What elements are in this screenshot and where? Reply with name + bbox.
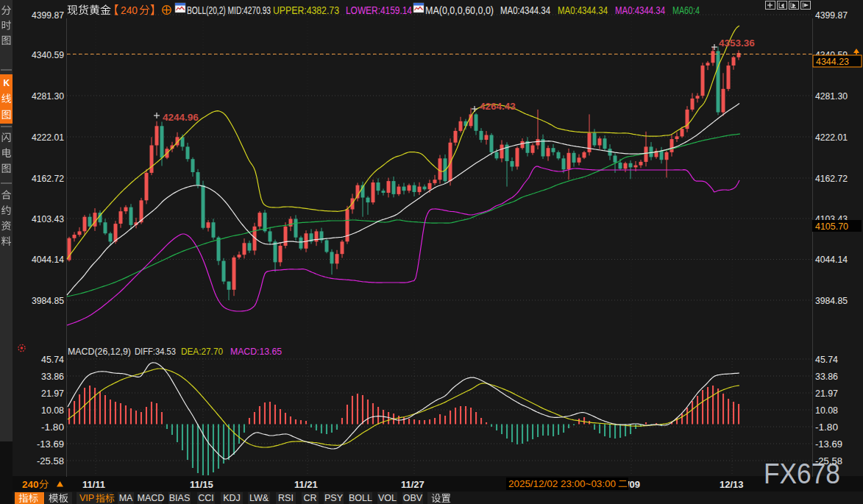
svg-text:11/27: 11/27	[401, 479, 425, 490]
svg-text:4105.70: 4105.70	[815, 221, 848, 232]
svg-text:VOL: VOL	[378, 493, 397, 503]
svg-text:4044.14: 4044.14	[32, 254, 64, 265]
svg-text:33.86: 33.86	[41, 371, 64, 382]
svg-text:K: K	[4, 78, 10, 88]
svg-text:UPPER:4382.73: UPPER:4382.73	[273, 4, 339, 16]
svg-text:2025/12/02 23:00~03:00: 2025/12/02 23:00~03:00	[508, 478, 616, 489]
svg-text:CCI: CCI	[198, 493, 214, 503]
svg-text:MA0:4344.34: MA0:4344.34	[615, 4, 665, 16]
svg-text:-25.58: -25.58	[37, 455, 64, 466]
svg-text:4340.59: 4340.59	[32, 49, 64, 60]
svg-text:4281.30: 4281.30	[815, 90, 848, 102]
svg-text:240: 240	[121, 4, 138, 16]
svg-text:33.86: 33.86	[815, 371, 838, 382]
svg-text:KDJ: KDJ	[223, 493, 241, 503]
svg-text:BOLL(20,2) MID:4270.93: BOLL(20,2) MID:4270.93	[187, 4, 271, 16]
svg-text:21.97: 21.97	[41, 388, 64, 399]
svg-text:240: 240	[22, 479, 39, 490]
svg-text:3984.85: 3984.85	[815, 295, 848, 306]
svg-text:CR: CR	[303, 493, 316, 503]
svg-text:4344.23: 4344.23	[816, 56, 849, 67]
svg-text:-1.80: -1.80	[41, 422, 64, 433]
svg-text:MACD(26,12,9): MACD(26,12,9)	[68, 346, 131, 357]
svg-text:3984.85: 3984.85	[32, 295, 64, 306]
svg-text:4222.01: 4222.01	[32, 132, 64, 143]
svg-text:11/21: 11/21	[294, 479, 318, 490]
svg-text:4103.43: 4103.43	[32, 213, 64, 224]
svg-text:4162.72: 4162.72	[32, 173, 64, 184]
svg-text:10.08: 10.08	[41, 405, 64, 416]
svg-text:/09: /09	[627, 479, 640, 490]
svg-text:4044.14: 4044.14	[815, 254, 848, 265]
svg-text:12/13: 12/13	[720, 479, 744, 490]
svg-text:MA(0,0,0,60,0,0): MA(0,0,0,60,0,0)	[425, 4, 494, 16]
svg-text:DEA:27.70: DEA:27.70	[181, 346, 223, 357]
svg-text:MACD:13.65: MACD:13.65	[230, 346, 282, 357]
svg-text:45.74: 45.74	[41, 354, 64, 365]
svg-text:4244.96: 4244.96	[163, 112, 199, 123]
svg-text:-13.69: -13.69	[815, 439, 842, 450]
svg-text:RSI: RSI	[278, 493, 294, 503]
svg-text:-1.80: -1.80	[815, 422, 838, 433]
svg-text:MA0:4344.34: MA0:4344.34	[500, 4, 550, 16]
svg-text:4281.30: 4281.30	[32, 90, 64, 102]
svg-text:BOLL: BOLL	[349, 493, 372, 503]
svg-text:-13.69: -13.69	[37, 439, 64, 450]
svg-text:DIFF:34.53: DIFF:34.53	[135, 346, 176, 357]
svg-text:4353.36: 4353.36	[719, 38, 755, 49]
svg-text:LW&: LW&	[249, 493, 269, 503]
svg-text:OBV: OBV	[403, 493, 423, 503]
svg-text:11/11: 11/11	[82, 479, 105, 490]
svg-text:21.97: 21.97	[815, 388, 838, 399]
svg-text:LOWER:4159.14: LOWER:4159.14	[346, 4, 412, 16]
svg-text:-25.58: -25.58	[815, 455, 842, 466]
svg-text:MACD: MACD	[138, 493, 165, 503]
svg-text:11/15: 11/15	[190, 479, 213, 490]
svg-text:10.08: 10.08	[815, 405, 838, 416]
svg-text:MA: MA	[119, 493, 133, 503]
svg-text:4162.72: 4162.72	[815, 173, 848, 184]
svg-text:MA60:4: MA60:4	[672, 4, 700, 16]
svg-text:PSY: PSY	[324, 493, 344, 503]
svg-text:45.74: 45.74	[815, 354, 838, 365]
svg-text:4264.43: 4264.43	[480, 101, 516, 112]
svg-text:4399.87: 4399.87	[815, 10, 848, 21]
svg-text:VIP: VIP	[79, 493, 94, 503]
svg-text:BIAS: BIAS	[169, 493, 191, 503]
svg-text:4399.87: 4399.87	[32, 10, 64, 21]
svg-text:MA0:4344.34: MA0:4344.34	[558, 4, 608, 16]
svg-text:4222.01: 4222.01	[815, 132, 848, 143]
